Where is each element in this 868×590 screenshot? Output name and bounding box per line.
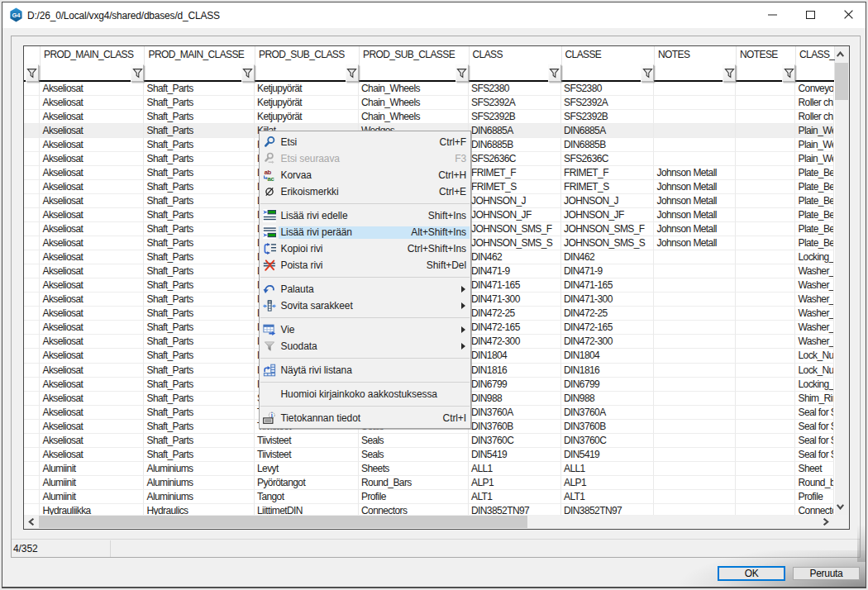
svg-text:ac: ac bbox=[268, 175, 274, 182]
svg-text:G4: G4 bbox=[12, 12, 21, 19]
